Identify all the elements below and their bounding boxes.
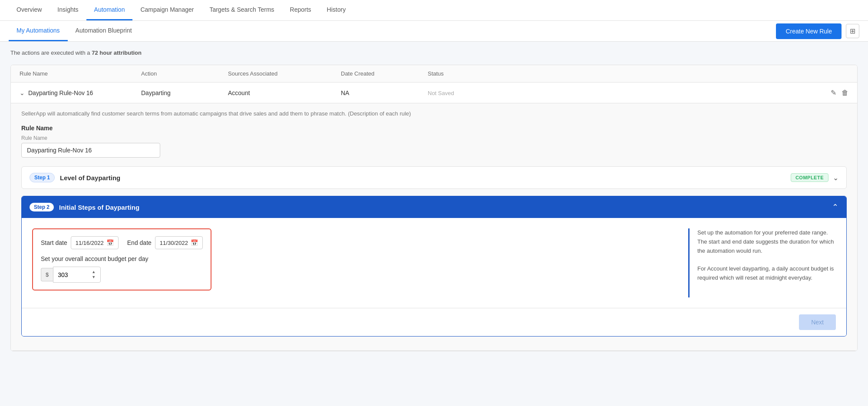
col-status: Status (428, 70, 814, 77)
start-date-label: Start date (41, 239, 67, 246)
end-date-field: End date 11/30/2022 📅 (127, 236, 203, 249)
start-date-calendar-icon[interactable]: 📅 (106, 239, 114, 246)
budget-decrement-btn[interactable]: ▼ (91, 275, 96, 280)
delete-rule-icon[interactable]: 🗑 (842, 89, 848, 97)
step2-help-paragraph: Set up the automation for your preferred… (697, 228, 836, 283)
attribution-notice: The actions are executed with a 72 hour … (10, 50, 858, 56)
rule-name-value: Dayparting Rule-Nov 16 (28, 89, 93, 96)
top-navigation: Overview Insights Automation Campaign Ma… (0, 0, 868, 21)
nav-history[interactable]: History (319, 0, 354, 20)
budget-increment-btn[interactable]: ▲ (91, 270, 96, 274)
budget-input-box: ▲ ▼ (53, 267, 101, 283)
end-date-label: End date (127, 239, 152, 246)
col-action: Action (141, 70, 228, 77)
page-content: The actions are executed with a 72 hour … (0, 42, 868, 359)
step2-help-text: Set up the automation for your preferred… (688, 228, 836, 297)
start-date-input[interactable]: 11/16/2022 📅 (71, 236, 119, 249)
step2-section: Step 2 Initial Steps of Dayparting ⌃ Sta… (21, 196, 847, 337)
step2-body: Start date 11/16/2022 📅 End date (22, 218, 846, 308)
rule-detail-expanded: SellerApp will automatically find custom… (11, 103, 857, 351)
step2-chevron[interactable]: ⌃ (832, 202, 838, 212)
step2-header[interactable]: Step 2 Initial Steps of Dayparting ⌃ (22, 196, 846, 218)
nav-automation[interactable]: Automation (86, 0, 133, 20)
step2-badge: Step 2 (30, 203, 54, 211)
rule-action-cell: Dayparting (141, 89, 228, 96)
sub-nav-left: My Automations Automation Blueprint (9, 21, 140, 41)
rule-name-input[interactable] (21, 143, 160, 158)
end-date-value: 11/30/2022 (160, 240, 188, 246)
subnav-automation-blueprint[interactable]: Automation Blueprint (68, 21, 140, 41)
rule-table: Rule Name Action Sources Associated Date… (10, 65, 858, 351)
step2-footer: Next (22, 308, 846, 336)
currency-symbol: $ (41, 268, 53, 281)
create-new-rule-button[interactable]: Create New Rule (776, 23, 842, 39)
budget-value-input[interactable] (58, 271, 88, 278)
step2-title: Initial Steps of Dayparting (59, 204, 139, 211)
step1-badge: Step 1 (30, 173, 55, 182)
edit-rule-icon[interactable]: ✎ (831, 89, 836, 97)
attribution-highlight: 72 hour attribution (92, 50, 142, 56)
rule-name-input-label: Rule Name (21, 135, 847, 141)
start-date-field: Start date 11/16/2022 📅 (41, 236, 119, 249)
rule-description: SellerApp will automatically find custom… (21, 110, 847, 117)
row-actions: ✎ 🗑 (814, 89, 848, 97)
step1-section: Step 1 Level of Dayparting COMPLETE ⌄ (21, 166, 847, 189)
table-header: Rule Name Action Sources Associated Date… (11, 65, 857, 83)
col-rule-name: Rule Name (20, 70, 141, 77)
step1-header[interactable]: Step 1 Level of Dayparting COMPLETE ⌄ (22, 167, 846, 188)
nav-campaign-manager[interactable]: Campaign Manager (132, 0, 201, 20)
rule-name-section-label: Rule Name (21, 125, 847, 132)
step1-header-left: Step 1 Level of Dayparting (30, 173, 120, 182)
status-not-saved: Not Saved (428, 90, 454, 96)
subnav-my-automations[interactable]: My Automations (9, 21, 68, 41)
rule-name-cell: ⌄ Dayparting Rule-Nov 16 (20, 89, 141, 96)
rule-name-section: Rule Name Rule Name (21, 125, 847, 158)
step1-complete-badge: COMPLETE (791, 173, 828, 182)
col-sources: Sources Associated (228, 70, 341, 77)
grid-view-button[interactable]: ⊞ (846, 24, 859, 38)
end-date-calendar-icon[interactable]: 📅 (191, 239, 198, 246)
next-button[interactable]: Next (799, 314, 836, 330)
date-row: Start date 11/16/2022 📅 End date (41, 236, 203, 249)
col-actions (814, 70, 848, 77)
nav-insights[interactable]: Insights (50, 0, 86, 20)
end-date-input[interactable]: 11/30/2022 📅 (155, 236, 203, 249)
expand-row-chevron[interactable]: ⌄ (20, 89, 25, 96)
budget-input-row: $ ▲ ▼ (41, 267, 203, 283)
step1-title: Level of Dayparting (60, 174, 120, 182)
step2-left-content: Start date 11/16/2022 📅 End date (32, 228, 671, 297)
budget-label: Set your overall account budget per day (41, 255, 203, 262)
nav-overview[interactable]: Overview (9, 0, 50, 20)
nav-targets[interactable]: Targets & Search Terms (201, 0, 282, 20)
table-row: ⌄ Dayparting Rule-Nov 16 Dayparting Acco… (11, 83, 857, 103)
rule-sources-cell: Account (228, 89, 341, 96)
rule-status-cell: Not Saved (428, 89, 814, 96)
col-date-created: Date Created (341, 70, 428, 77)
date-range-box: Start date 11/16/2022 📅 End date (32, 228, 211, 290)
sub-navigation: My Automations Automation Blueprint Crea… (0, 21, 868, 42)
step1-chevron[interactable]: ⌄ (833, 174, 838, 182)
nav-reports[interactable]: Reports (282, 0, 319, 20)
budget-spinners: ▲ ▼ (91, 270, 96, 280)
rule-date-cell: NA (341, 89, 428, 96)
start-date-value: 11/16/2022 (76, 240, 104, 246)
